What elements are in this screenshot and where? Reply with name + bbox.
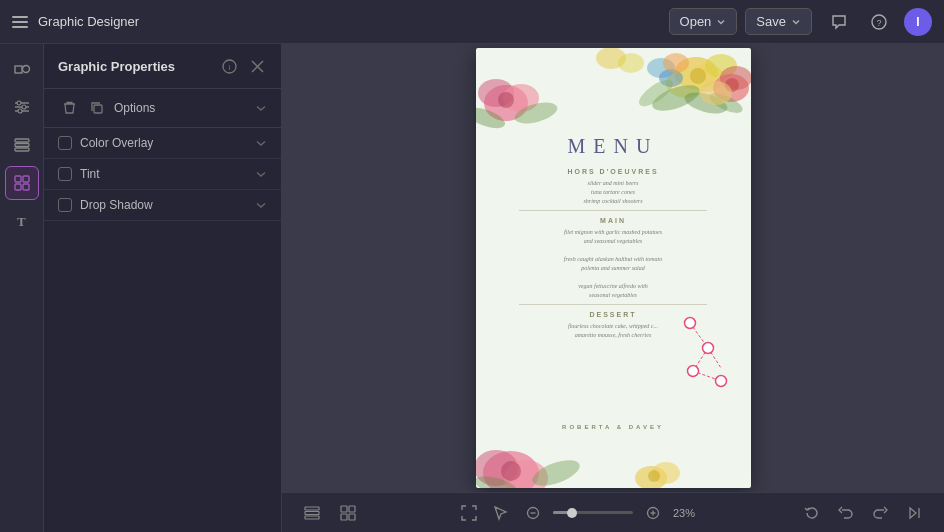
- zoom-in-icon: [645, 505, 661, 521]
- fit-button[interactable]: [457, 501, 481, 525]
- help-button[interactable]: ?: [864, 7, 894, 37]
- open-chevron-icon: [716, 17, 726, 27]
- menu-title: MENU: [496, 135, 731, 158]
- duplicate-button[interactable]: [86, 97, 108, 119]
- sidebar-item-grid[interactable]: [5, 166, 39, 200]
- color-overlay-checkbox[interactable]: [58, 136, 72, 150]
- options-chevron-icon: [255, 102, 267, 114]
- copy-icon: [90, 101, 104, 115]
- flowers-top: [476, 48, 751, 138]
- svg-text:i: i: [228, 63, 230, 72]
- info-button[interactable]: i: [219, 56, 239, 76]
- redo-button[interactable]: [866, 499, 894, 527]
- sidebar-item-text[interactable]: T: [5, 204, 39, 238]
- svg-point-38: [700, 81, 732, 105]
- properties-panel: Graphic Properties i: [44, 44, 282, 532]
- drop-shadow-property[interactable]: Drop Shadow: [44, 190, 281, 221]
- svg-point-8: [22, 105, 26, 109]
- chat-button[interactable]: [824, 7, 854, 37]
- svg-rect-2: [15, 66, 22, 73]
- layers-view-button[interactable]: [298, 499, 326, 527]
- canvas-area: MENU HORS D'OEUVRES slider and mini beer…: [282, 44, 944, 532]
- svg-point-26: [690, 68, 706, 84]
- topbar-left: Graphic Designer: [12, 14, 657, 29]
- trash-icon: [63, 101, 76, 115]
- canvas-viewport[interactable]: MENU HORS D'OEUVRES slider and mini beer…: [282, 44, 944, 492]
- options-row[interactable]: Options: [44, 89, 281, 128]
- svg-rect-68: [349, 506, 355, 512]
- bottom-bar-left: [298, 499, 362, 527]
- zoom-out-icon: [525, 505, 541, 521]
- menu-footer: ROBERTA & DAVEY: [476, 415, 751, 433]
- open-button[interactable]: Open: [669, 8, 738, 35]
- svg-rect-16: [23, 184, 29, 190]
- zoom-slider[interactable]: [553, 511, 633, 514]
- zoom-out-button[interactable]: [521, 501, 545, 525]
- user-avatar[interactable]: I: [904, 8, 932, 36]
- svg-text:?: ?: [876, 18, 881, 28]
- svg-rect-67: [341, 506, 347, 512]
- close-icon: [251, 60, 264, 73]
- svg-point-55: [648, 470, 660, 482]
- sidebar-item-layers[interactable]: [5, 128, 39, 162]
- sidebar-item-adjust[interactable]: [5, 90, 39, 124]
- svg-rect-15: [15, 184, 21, 190]
- footer-names: ROBERTA & DAVEY: [562, 424, 664, 430]
- drop-shadow-chevron-icon: [255, 199, 267, 211]
- panel-header: Graphic Properties i: [44, 44, 281, 89]
- svg-rect-69: [341, 514, 347, 520]
- panel-header-icons: i: [219, 56, 267, 76]
- color-overlay-left: Color Overlay: [58, 136, 153, 150]
- forward-button[interactable]: [900, 499, 928, 527]
- color-overlay-label: Color Overlay: [80, 136, 153, 150]
- svg-rect-14: [23, 176, 29, 182]
- forward-icon: [906, 505, 922, 521]
- save-button[interactable]: Save: [745, 8, 812, 35]
- svg-point-3: [22, 66, 29, 73]
- svg-point-50: [501, 461, 521, 481]
- info-icon: i: [222, 59, 237, 74]
- selection-overlay: [653, 313, 723, 398]
- tint-chevron-icon: [255, 168, 267, 180]
- adjust-icon: [13, 98, 31, 116]
- topbar: Graphic Designer Open Save ? I: [0, 0, 944, 44]
- zoom-in-button[interactable]: [641, 501, 665, 525]
- svg-point-62: [687, 366, 698, 377]
- shapes-icon: [13, 60, 31, 78]
- main-layout: T Graphic Properties i: [0, 44, 944, 532]
- svg-point-60: [684, 318, 695, 329]
- refresh-icon: [804, 505, 820, 521]
- zoom-slider-thumb: [567, 508, 577, 518]
- grid-view-icon: [340, 505, 356, 521]
- sidebar-item-shapes[interactable]: [5, 52, 39, 86]
- undo-button[interactable]: [832, 499, 860, 527]
- topbar-right: ? I: [824, 7, 932, 37]
- grid-view-button[interactable]: [334, 499, 362, 527]
- delete-button[interactable]: [58, 97, 80, 119]
- svg-rect-13: [15, 176, 21, 182]
- tint-label: Tint: [80, 167, 100, 181]
- svg-rect-12: [15, 148, 29, 151]
- tint-property[interactable]: Tint: [44, 159, 281, 190]
- svg-point-37: [663, 53, 689, 73]
- drop-shadow-checkbox[interactable]: [58, 198, 72, 212]
- topbar-center: Open Save: [669, 8, 812, 35]
- svg-rect-70: [349, 514, 355, 520]
- fit-icon: [461, 505, 477, 521]
- select-mode-button[interactable]: [489, 501, 513, 525]
- options-row-left: Options: [58, 97, 155, 119]
- svg-rect-65: [305, 511, 319, 514]
- help-icon: ?: [870, 13, 888, 31]
- zoom-level-label: 23%: [673, 507, 703, 519]
- color-overlay-property[interactable]: Color Overlay: [44, 128, 281, 159]
- tint-checkbox[interactable]: [58, 167, 72, 181]
- close-panel-button[interactable]: [247, 56, 267, 76]
- app-title: Graphic Designer: [38, 14, 139, 29]
- tint-left: Tint: [58, 167, 100, 181]
- bottom-bar: 23%: [282, 492, 944, 532]
- svg-point-42: [498, 92, 514, 108]
- refresh-button[interactable]: [798, 499, 826, 527]
- undo-icon: [838, 505, 854, 521]
- hamburger-menu-button[interactable]: [12, 16, 28, 28]
- drop-shadow-label: Drop Shadow: [80, 198, 153, 212]
